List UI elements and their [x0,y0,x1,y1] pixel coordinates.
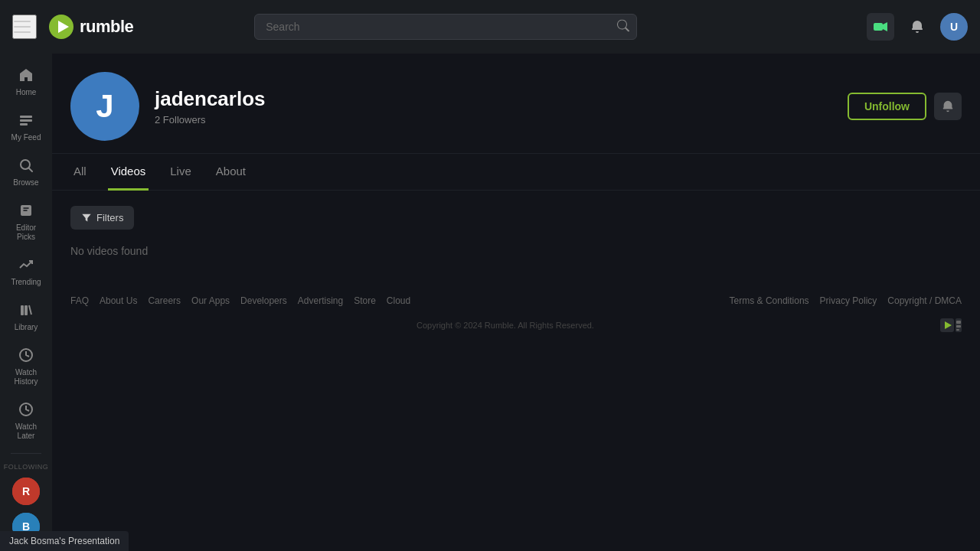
svg-rect-5 [20,119,32,122]
filters-button[interactable]: Filters [70,206,134,230]
footer-our-apps[interactable]: Our Apps [191,295,230,306]
sidebar-item-editor-picks[interactable]: Editor Picks [3,197,49,248]
footer-logo-icon [940,318,962,332]
home-icon [18,67,34,85]
filters-label: Filters [96,212,123,223]
sidebar-item-watch-later[interactable]: Watch Later [3,396,49,447]
logo-text: rumble [80,17,133,37]
profile-info: jadencarlos 2 Followers [155,87,832,126]
sidebar-item-trending-label: Trending [11,278,41,287]
footer-developers[interactable]: Developers [240,295,287,306]
sidebar-item-feed-label: My Feed [11,133,41,142]
bottom-tooltip: Jack Bosma's Presentation [0,531,129,551]
footer-advertising[interactable]: Advertising [298,295,343,306]
search-button[interactable] [617,20,629,34]
profile-tabs: All Videos Live About [52,154,980,191]
tab-all[interactable]: All [70,154,90,191]
tab-about[interactable]: About [213,154,249,191]
footer-logo [940,318,962,332]
svg-point-7 [21,160,30,169]
search-input[interactable] [254,14,637,40]
profile-avatar: J [70,72,139,141]
filters-icon [81,213,92,223]
footer-bottom: Copyright © 2024 Rumble. All Rights Rese… [70,318,962,332]
search-bar [254,14,637,40]
content-area: Filters No videos found [52,191,980,272]
sidebar: Home My Feed Browse Editor Picks Trendin… [0,54,52,551]
footer-links-left: FAQ About Us Careers Our Apps Developers… [70,295,410,306]
header: rumble U [0,0,980,54]
footer-careers[interactable]: Careers [148,295,181,306]
main-content: J jadencarlos 2 Followers Unfollow All V… [52,54,980,551]
followers-count: 2 [155,114,160,126]
profile-header: J jadencarlos 2 Followers Unfollow [52,54,980,154]
footer-copyright-text: Copyright © 2024 Rumble. All Rights Rese… [416,321,594,330]
header-right: U [867,13,968,41]
sidebar-divider [11,453,41,454]
sidebar-item-watch-history[interactable]: Watch History [3,341,49,393]
tab-videos[interactable]: Videos [108,154,149,191]
sidebar-item-library-label: Library [15,323,38,332]
svg-rect-21 [956,325,961,328]
footer-about-us[interactable]: About Us [100,295,137,306]
footer-store[interactable]: Store [354,295,376,306]
sidebar-item-library[interactable]: Library [3,296,49,338]
rumble-logo-icon [49,15,74,39]
browse-icon [18,158,34,175]
menu-button[interactable] [12,15,37,39]
svg-rect-22 [956,329,959,331]
svg-rect-20 [956,321,961,324]
footer-links: FAQ About Us Careers Our Apps Developers… [70,295,962,306]
user-avatar[interactable]: U [940,13,968,41]
sidebar-item-browse[interactable]: Browse [3,152,49,194]
profile-followers: 2 Followers [155,114,832,126]
notifications-button[interactable] [903,13,931,41]
following-avatar-1[interactable]: R [12,478,40,505]
sidebar-item-later-label: Watch Later [6,422,46,441]
sidebar-item-my-feed[interactable]: My Feed [3,106,49,148]
footer-privacy[interactable]: Privacy Policy [820,295,877,306]
svg-text:R: R [22,485,30,497]
feed-icon [18,112,34,130]
footer-links-right: Terms & Conditions Privacy Policy Copyri… [730,295,962,306]
svg-rect-9 [21,305,24,315]
svg-rect-10 [24,305,28,315]
footer-faq[interactable]: FAQ [70,295,89,306]
tooltip-text: Jack Bosma's Presentation [9,536,119,546]
editor-picks-icon [18,203,34,220]
go-live-button[interactable] [867,13,894,41]
unfollow-button[interactable]: Unfollow [848,93,926,120]
sidebar-item-editor-label: Editor Picks [6,223,46,242]
footer-copyright[interactable]: Copyright / DMCA [887,295,962,306]
svg-rect-4 [20,116,32,118]
sidebar-item-home[interactable]: Home [3,61,49,103]
svg-rect-6 [20,123,28,126]
notification-bell-button[interactable] [934,93,962,120]
sidebar-item-browse-label: Browse [13,178,38,187]
library-icon [18,302,34,320]
sidebar-item-trending[interactable]: Trending [3,251,49,293]
profile-username: jadencarlos [155,87,832,111]
footer-terms[interactable]: Terms & Conditions [730,295,809,306]
svg-rect-2 [874,23,883,31]
tab-live[interactable]: Live [167,154,194,191]
watch-history-icon [18,347,34,365]
svg-marker-3 [883,22,887,31]
footer: FAQ About Us Careers Our Apps Developers… [52,272,980,347]
logo[interactable]: rumble [49,15,133,39]
profile-actions: Unfollow [848,93,962,120]
watch-later-icon [18,402,34,419]
sidebar-item-history-label: Watch History [6,368,46,386]
following-section-label: Following [4,463,49,471]
sidebar-item-home-label: Home [16,88,37,97]
footer-cloud[interactable]: Cloud [387,295,410,306]
no-videos-message: No videos found [70,245,962,257]
followers-label: Followers [163,114,206,126]
trending-icon [18,257,34,275]
